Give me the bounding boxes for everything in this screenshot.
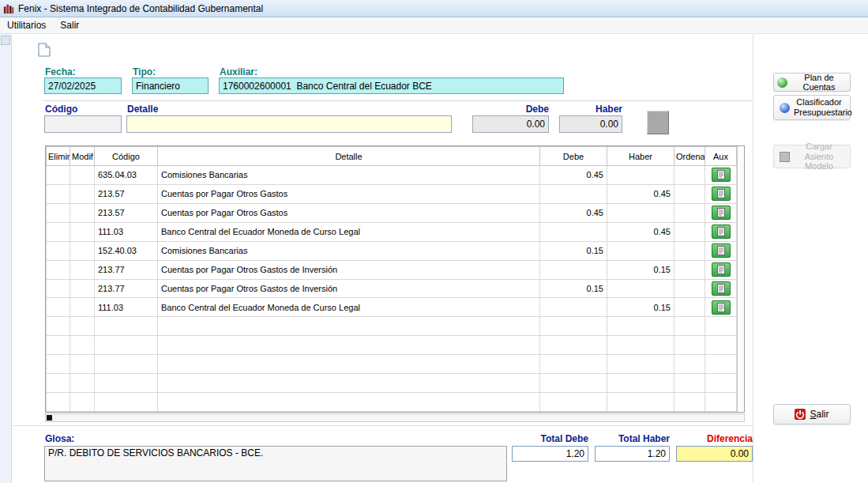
cell-haber: 0.15 <box>607 298 674 317</box>
add-entry-button[interactable] <box>647 111 669 134</box>
table-row[interactable]: 213.57 Cuentas por Pagar Otros Gastos 0.… <box>47 184 737 203</box>
cell-codigo: 152.40.03 <box>95 241 158 260</box>
cell-detalle: Cuentas por Pagar Otros Gastos de Invers… <box>158 260 540 279</box>
tipo-input[interactable] <box>132 77 209 94</box>
detalle-entry-input[interactable] <box>126 115 452 133</box>
cell-haber <box>607 203 674 222</box>
codigo-entry-input[interactable] <box>44 115 122 133</box>
table-row-empty[interactable] <box>47 317 737 336</box>
cell-ordenar[interactable] <box>674 241 705 260</box>
table-row[interactable]: 152.40.03 Comisiones Bancarias 0.15 <box>47 241 737 260</box>
total-haber-value <box>595 446 670 462</box>
plan-de-cuentas-label: Plan de Cuentas <box>791 73 847 92</box>
panel-splitter-button[interactable] <box>1 36 10 45</box>
cell-debe <box>540 222 607 241</box>
cell-modif[interactable] <box>70 166 95 185</box>
cell-elimin[interactable] <box>47 298 70 317</box>
glosa-input[interactable]: P/R. DEBITO DE SERVICIOS BANCARIOS - BCE… <box>44 446 507 481</box>
cell-elimin[interactable] <box>47 241 70 260</box>
header-aux: Aux <box>705 147 737 166</box>
horizontal-scrollbar[interactable] <box>45 413 745 422</box>
aux-button[interactable] <box>712 281 731 296</box>
cell-debe <box>540 260 607 279</box>
cell-ordenar[interactable] <box>674 222 705 241</box>
scrollbar-thumb[interactable] <box>47 415 52 421</box>
cell-detalle: Comisiones Bancarias <box>158 166 540 185</box>
table-row-empty[interactable] <box>47 336 737 355</box>
header-codigo: Código <box>95 147 158 166</box>
table-row-empty[interactable] <box>47 355 737 374</box>
cell-modif[interactable] <box>70 260 95 279</box>
cell-modif[interactable] <box>70 184 95 203</box>
cell-ordenar[interactable] <box>674 260 705 279</box>
menu-utilitarios[interactable]: Utilitarios <box>0 18 53 32</box>
glosa-label: Glosa: <box>45 433 74 444</box>
cell-elimin[interactable] <box>47 222 70 241</box>
grid-header-row: Elimin Modif Código Detalle Debe Haber O… <box>47 147 737 166</box>
cell-codigo: 111.03 <box>95 298 158 317</box>
aux-button[interactable] <box>712 262 731 277</box>
cell-ordenar[interactable] <box>674 203 705 222</box>
document-icon <box>717 246 725 255</box>
header-elimin: Elimin <box>47 147 70 166</box>
menubar: Utilitarios Salir <box>0 17 868 34</box>
detalle-label: Detalle <box>127 104 158 115</box>
cell-elimin[interactable] <box>47 279 70 298</box>
menu-salir[interactable]: Salir <box>53 18 86 32</box>
asiento-grid: Elimin Modif Código Detalle Debe Haber O… <box>45 145 745 413</box>
cell-ordenar[interactable] <box>674 184 705 203</box>
new-document-icon <box>38 43 51 57</box>
salir-button[interactable]: Salir <box>773 404 851 425</box>
header-debe: Debe <box>540 147 607 166</box>
cell-codigo: 213.57 <box>95 184 158 203</box>
cell-modif[interactable] <box>70 279 95 298</box>
table-row[interactable]: 111.03 Banco Central del Ecuador Moneda … <box>47 298 737 317</box>
table-row-empty[interactable] <box>47 393 737 412</box>
cell-elimin[interactable] <box>47 166 70 185</box>
cargar-asiento-modelo-button[interactable]: Cargar Asiento Modelo <box>773 145 851 168</box>
new-document-button[interactable] <box>35 40 54 59</box>
cell-debe: 0.45 <box>540 203 607 222</box>
aux-button[interactable] <box>712 225 731 239</box>
cell-ordenar[interactable] <box>674 298 705 317</box>
auxiliar-input[interactable] <box>219 77 564 94</box>
document-icon <box>717 208 725 217</box>
cell-ordenar[interactable] <box>674 166 705 185</box>
cell-modif[interactable] <box>70 298 95 317</box>
aux-button[interactable] <box>712 187 731 201</box>
cell-codigo: 111.03 <box>95 222 158 241</box>
cell-elimin[interactable] <box>47 203 70 222</box>
total-debe-label: Total Debe <box>512 433 588 444</box>
cell-detalle: Comisiones Bancarias <box>158 241 540 260</box>
cell-debe: 0.45 <box>540 166 607 185</box>
cell-haber: 0.15 <box>607 260 674 279</box>
cargar-asiento-label: Cargar Asiento Modelo <box>794 142 844 172</box>
table-row[interactable]: 635.04.03 Comisiones Bancarias 0.45 <box>47 166 737 185</box>
table-row[interactable]: 213.77 Cuentas por Pagar Otros Gastos de… <box>47 260 737 279</box>
cell-ordenar[interactable] <box>674 279 705 298</box>
vertical-scrollbar[interactable] <box>737 146 744 412</box>
debe-entry-input[interactable] <box>472 115 549 133</box>
cell-detalle: Cuentas por Pagar Otros Gastos de Invers… <box>158 279 540 298</box>
cell-elimin[interactable] <box>47 260 70 279</box>
salir-label: Salir <box>810 409 829 420</box>
haber-label: Haber <box>559 104 622 115</box>
fecha-input[interactable] <box>44 77 122 94</box>
haber-entry-input[interactable] <box>559 115 622 133</box>
aux-button[interactable] <box>712 300 731 315</box>
document-icon <box>717 303 725 312</box>
table-row[interactable]: 213.57 Cuentas por Pagar Otros Gastos 0.… <box>47 203 737 222</box>
aux-button[interactable] <box>712 168 731 182</box>
table-row[interactable]: 111.03 Banco Central del Ecuador Moneda … <box>47 222 737 241</box>
plan-de-cuentas-button[interactable]: Plan de Cuentas <box>773 73 851 92</box>
cell-modif[interactable] <box>70 222 95 241</box>
table-row[interactable]: 213.77 Cuentas por Pagar Otros Gastos de… <box>47 279 737 298</box>
clasificador-presupuestario-button[interactable]: Clasificador Presupuestario <box>773 95 851 120</box>
cell-modif[interactable] <box>70 203 95 222</box>
aux-button[interactable] <box>712 243 731 258</box>
aux-button[interactable] <box>712 206 731 220</box>
cell-modif[interactable] <box>70 241 95 260</box>
cell-elimin[interactable] <box>47 184 70 203</box>
cell-debe <box>540 298 607 317</box>
table-row-empty[interactable] <box>47 374 737 393</box>
